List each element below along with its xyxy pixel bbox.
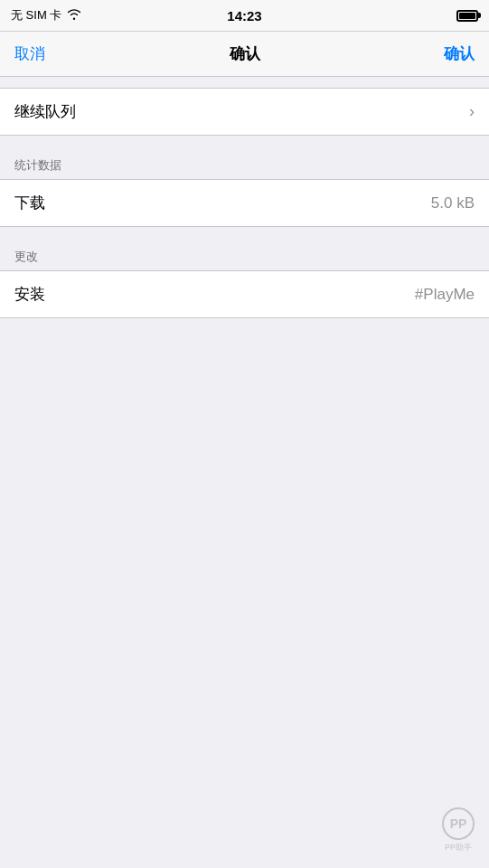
install-label: 安装 xyxy=(14,284,45,305)
continue-queue-section: 继续队列 › xyxy=(0,88,489,136)
nav-bar: 取消 确认 确认 xyxy=(0,32,489,77)
watermark-symbol: PP xyxy=(442,807,475,840)
install-row: 安装 #PlayMe xyxy=(0,271,489,317)
changes-header: 更改 xyxy=(0,243,489,270)
continue-queue-row[interactable]: 继续队列 › xyxy=(0,89,489,135)
wifi-icon xyxy=(67,8,81,23)
install-value: #PlayMe xyxy=(415,286,475,304)
continue-queue-label: 继续队列 xyxy=(14,101,76,122)
download-value: 5.0 kB xyxy=(431,194,475,212)
main-content: 继续队列 › 统计数据 下载 5.0 kB 更改 安装 #PlayMe xyxy=(0,77,489,345)
download-label: 下载 xyxy=(14,193,45,213)
changes-section: 安装 #PlayMe xyxy=(0,270,489,318)
cancel-button[interactable]: 取消 xyxy=(14,43,45,64)
statistics-header: 统计数据 xyxy=(0,152,489,179)
statistics-section: 下载 5.0 kB xyxy=(0,179,489,227)
confirm-button[interactable]: 确认 xyxy=(444,43,475,64)
battery-icon xyxy=(456,10,478,22)
watermark: PP PP助手 xyxy=(442,807,475,854)
status-left: 无 SIM 卡 xyxy=(11,7,81,24)
nav-title: 确认 xyxy=(230,43,260,64)
status-time: 14:23 xyxy=(227,8,261,24)
status-right xyxy=(456,10,478,22)
watermark-text: PP助手 xyxy=(445,842,472,854)
continue-arrow-icon: › xyxy=(469,102,475,121)
carrier-label: 无 SIM 卡 xyxy=(11,7,61,24)
status-bar: 无 SIM 卡 14:23 xyxy=(0,0,489,32)
download-row: 下载 5.0 kB xyxy=(0,180,489,226)
